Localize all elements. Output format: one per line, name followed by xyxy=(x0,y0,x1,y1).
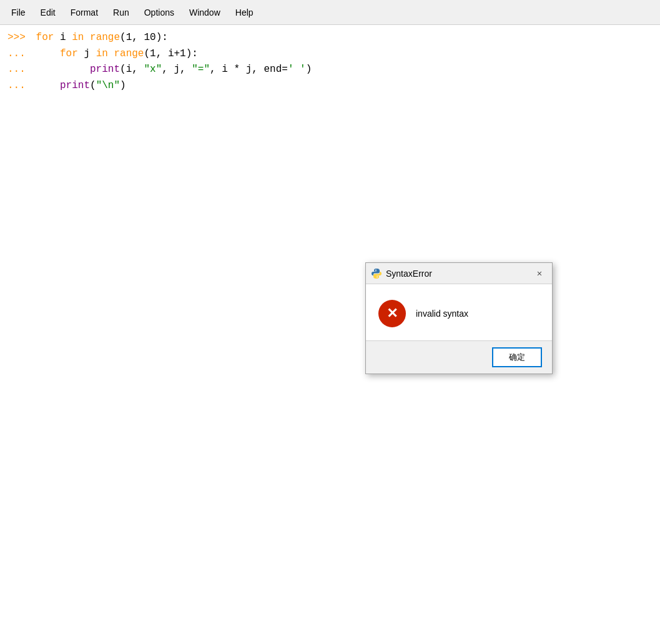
keyword-print-1: print xyxy=(90,62,120,78)
keyword-in-1: in xyxy=(72,30,84,46)
string-eq: "=" xyxy=(192,62,210,78)
keyword-range-2: range xyxy=(114,46,144,62)
code-area: >>> for i in range (1, 10): ... for j in… xyxy=(0,25,660,99)
prompt-4: ... xyxy=(7,78,27,94)
keyword-for-1: for xyxy=(36,30,54,46)
syntax-error-dialog: SyntaxError ✕ ✕ invalid syntax 确定 xyxy=(365,262,553,374)
code-line-4: ... print ( "\n" ) xyxy=(7,78,653,94)
keyword-print-2: print xyxy=(60,78,90,94)
string-space: ' ' xyxy=(288,62,306,78)
prompt-2: ... xyxy=(7,46,27,62)
string-newline: "\n" xyxy=(96,78,120,94)
prompt-3: ... xyxy=(7,62,27,78)
dialog-title-text: SyntaxError xyxy=(386,269,432,279)
code-line-3: ... print (i, "x" , j, "=" , i * j, end=… xyxy=(7,62,653,78)
keyword-in-2: in xyxy=(96,46,108,62)
code-line-1: >>> for i in range (1, 10): xyxy=(7,30,653,46)
menu-options[interactable]: Options xyxy=(138,5,180,20)
dialog-titlebar: SyntaxError ✕ xyxy=(366,263,552,284)
dialog-title-left: SyntaxError xyxy=(371,268,432,279)
menu-run[interactable]: Run xyxy=(107,5,135,20)
error-message-text: invalid syntax xyxy=(416,309,468,319)
code-line-2: ... for j in range (1, i+1): xyxy=(7,46,653,62)
menu-file[interactable]: File xyxy=(5,5,32,20)
ok-button[interactable]: 确定 xyxy=(492,347,542,367)
error-icon: ✕ xyxy=(378,300,406,327)
dialog-close-button[interactable]: ✕ xyxy=(532,266,547,281)
prompt-1: >>> xyxy=(7,30,27,46)
menu-edit[interactable]: Edit xyxy=(34,5,62,20)
dialog-footer: 确定 xyxy=(366,340,552,374)
menu-format[interactable]: Format xyxy=(64,5,104,20)
menu-window[interactable]: Window xyxy=(183,5,227,20)
menubar: File Edit Format Run Options Window Help xyxy=(0,0,660,25)
menu-help[interactable]: Help xyxy=(229,5,260,20)
dialog-body: ✕ invalid syntax xyxy=(366,284,552,340)
string-x: "x" xyxy=(144,62,162,78)
python-icon xyxy=(371,268,382,279)
keyword-range-1: range xyxy=(90,30,120,46)
keyword-for-2: for xyxy=(60,46,78,62)
